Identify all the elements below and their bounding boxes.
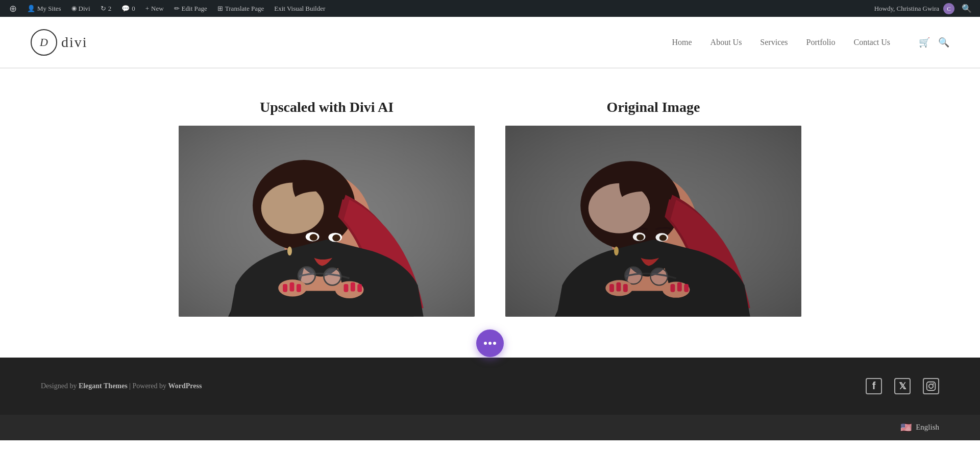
howdy-text: Howdy, Christina Gwira: [874, 5, 939, 13]
flag-icon: 🇺🇸: [900, 422, 912, 433]
nav-contact[interactable]: Contact Us: [853, 38, 890, 47]
wordpress-icon: ⊕: [9, 3, 17, 14]
new-label: New: [151, 5, 164, 13]
updates-button[interactable]: ↻ 2: [96, 0, 116, 17]
nav-icons: 🛒 🔍: [919, 37, 949, 48]
fab-button[interactable]: [476, 329, 504, 357]
upscaled-title: Upscaled with Divi AI: [260, 99, 394, 115]
plus-icon: +: [145, 5, 149, 13]
nav-links: Home About Us Services Portfolio Contact…: [672, 37, 949, 48]
twitter-icon[interactable]: 𝕏: [894, 378, 911, 394]
svg-rect-16: [297, 284, 301, 292]
svg-point-31: [636, 234, 644, 240]
fab-dot-2: [488, 342, 492, 345]
designed-by-label: Designed by: [41, 382, 77, 390]
images-section: Upscaled with Divi AI: [41, 99, 939, 317]
search-icon[interactable]: 🔍: [938, 37, 949, 48]
svg-point-28: [614, 246, 619, 255]
svg-rect-19: [357, 284, 362, 292]
logo-circle: D: [31, 29, 57, 56]
main-content: Upscaled with Divi AI: [0, 68, 980, 358]
svg-rect-36: [617, 282, 621, 292]
edit-icon: ✏: [174, 5, 180, 13]
language-bar: 🇺🇸 English: [0, 415, 980, 440]
svg-rect-15: [290, 282, 295, 292]
admin-search-icon[interactable]: 🔍: [959, 4, 975, 13]
translate-icon: ⊞: [217, 5, 223, 13]
comments-icon: 💬: [121, 5, 130, 13]
nav-services[interactable]: Services: [760, 38, 788, 47]
comments-count: 0: [132, 5, 135, 13]
svg-rect-39: [677, 282, 682, 292]
svg-rect-38: [670, 284, 675, 292]
wordpress-link[interactable]: WordPress: [168, 382, 202, 390]
logo-text: divi: [61, 34, 88, 51]
svg-point-6: [324, 268, 340, 285]
svg-rect-17: [344, 284, 348, 292]
footer-social: f 𝕏: [866, 378, 939, 394]
original-block: Original Image: [505, 99, 801, 317]
svg-rect-14: [283, 284, 287, 292]
fab-dots: [484, 342, 496, 345]
comments-button[interactable]: 💬 0: [117, 0, 139, 17]
exit-builder-button[interactable]: Exit Visual Builder: [270, 0, 329, 17]
svg-rect-18: [351, 282, 355, 292]
updates-icon: ↻: [101, 5, 106, 13]
exit-label: Exit Visual Builder: [274, 5, 325, 13]
edit-page-button[interactable]: ✏ Edit Page: [170, 0, 211, 17]
translate-page-button[interactable]: ⊞ Translate Page: [213, 0, 268, 17]
nav-about[interactable]: About Us: [710, 38, 742, 47]
divi-icon: ◉: [71, 5, 77, 12]
elegant-themes-link[interactable]: Elegant Themes: [79, 382, 128, 390]
svg-point-44: [933, 383, 934, 385]
updates-count: 2: [108, 5, 112, 13]
admin-bar: ⊕ 👤 My Sites ◉ Divi ↻ 2 💬 0 + New ✏ Edit…: [0, 0, 980, 17]
svg-point-26: [625, 267, 642, 284]
svg-point-43: [929, 384, 933, 388]
svg-point-7: [287, 246, 292, 255]
svg-point-10: [310, 234, 318, 241]
translate-page-label: Translate Page: [225, 5, 264, 13]
my-sites-label: My Sites: [37, 5, 61, 13]
new-button[interactable]: + New: [141, 0, 168, 17]
svg-rect-35: [609, 284, 614, 292]
language-selector[interactable]: 🇺🇸 English: [900, 422, 939, 433]
upscaled-block: Upscaled with Divi AI: [179, 99, 475, 317]
svg-point-27: [650, 268, 667, 285]
fab-dot-1: [484, 342, 487, 345]
divi-button[interactable]: ◉ Divi: [67, 0, 94, 17]
main-nav: D divi Home About Us Services Portfolio …: [0, 17, 980, 68]
original-title: Original Image: [607, 99, 700, 115]
svg-rect-42: [927, 382, 936, 390]
upscaled-image: [179, 126, 475, 317]
svg-rect-37: [623, 284, 628, 292]
svg-rect-40: [684, 284, 689, 292]
facebook-icon[interactable]: f: [866, 378, 882, 394]
svg-point-32: [659, 235, 667, 241]
admin-right: Howdy, Christina Gwira C 🔍: [874, 3, 975, 14]
divi-label: Divi: [79, 5, 90, 13]
fab-dot-3: [493, 342, 496, 345]
cart-icon[interactable]: 🛒: [919, 37, 930, 48]
logo-letter: D: [40, 36, 48, 49]
nav-home[interactable]: Home: [672, 38, 692, 47]
site-logo[interactable]: D divi: [31, 29, 88, 56]
powered-by-label: | Powered by: [129, 382, 166, 390]
footer: Designed by Elegant Themes | Powered by …: [0, 358, 980, 415]
avatar[interactable]: C: [943, 3, 954, 14]
original-image: [505, 126, 801, 317]
edit-page-label: Edit Page: [182, 5, 207, 13]
footer-text: Designed by Elegant Themes | Powered by …: [41, 382, 202, 390]
person-icon: 👤: [27, 5, 35, 13]
language-label: English: [916, 423, 939, 432]
wordpress-icon-button[interactable]: ⊕: [5, 0, 21, 17]
svg-point-11: [332, 234, 340, 241]
my-sites-button[interactable]: 👤 My Sites: [23, 0, 65, 17]
instagram-icon[interactable]: [923, 378, 939, 394]
nav-portfolio[interactable]: Portfolio: [806, 38, 836, 47]
